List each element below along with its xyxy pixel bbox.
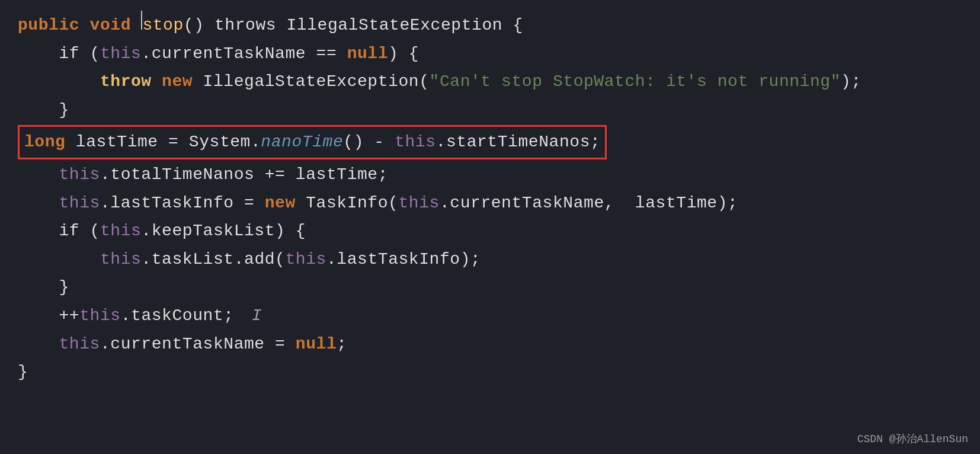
code-line-4: } [18, 96, 962, 124]
code-line-3: throw new IllegalStateException("Can't s… [18, 68, 962, 96]
method-stop: stop [142, 11, 183, 40]
keyword-null2: null [296, 330, 337, 359]
field-currentTaskName: currentTaskName [152, 40, 306, 68]
keyword-null: null [347, 40, 388, 68]
code-line-2: if (this.currentTaskName == null) { [18, 40, 962, 68]
keyword-void: void [90, 11, 131, 40]
code-line-12: this.currentTaskName = null; [18, 330, 962, 359]
code-line-10: } [18, 273, 962, 302]
highlighted-code-block: long lastTime = System.nanoTime() - this… [18, 125, 607, 159]
method-nanoTime: nanoTime [261, 128, 343, 156]
keyword-public: public [18, 11, 79, 40]
code-line-5: long lastTime = System.nanoTime() - this… [18, 124, 962, 161]
code-line-11: ++this.taskCount; I [18, 302, 962, 330]
code-line-9: this.taskList.add(this.lastTaskInfo); [18, 245, 962, 274]
field-startTimeNanos: startTimeNanos [446, 128, 590, 156]
method-add: add [244, 245, 275, 274]
keyword-new2: new [265, 189, 296, 218]
code-line-6: this.totalTimeNanos += lastTime; [18, 161, 962, 189]
code-line-13: } [18, 358, 962, 386]
keyword-long: long [24, 128, 65, 156]
field-totalTimeNanos: totalTimeNanos [110, 161, 254, 189]
field-currentTaskName2: currentTaskName [110, 330, 264, 359]
code-line-7: this.lastTaskInfo = new TaskInfo(this.cu… [18, 189, 962, 218]
code-editor: public void stop() throws IllegalStateEx… [0, 0, 980, 454]
keyword-throw: throw [100, 68, 152, 96]
keyword-throws: throws [214, 11, 276, 40]
field-taskCount: taskCount [131, 302, 223, 330]
field-keepTaskList: keepTaskList [152, 217, 275, 245]
watermark: CSDN @孙治AllenSun [857, 431, 968, 446]
field-lastTaskInfo: lastTaskInfo [110, 189, 233, 218]
code-line-8: if (this.keepTaskList) { [18, 217, 962, 245]
field-taskList: taskList [152, 245, 234, 274]
keyword-new: new [162, 68, 193, 96]
string-literal: "Can't stop StopWatch: it's not running" [430, 68, 841, 96]
code-line-1: public void stop() throws IllegalStateEx… [18, 11, 962, 40]
